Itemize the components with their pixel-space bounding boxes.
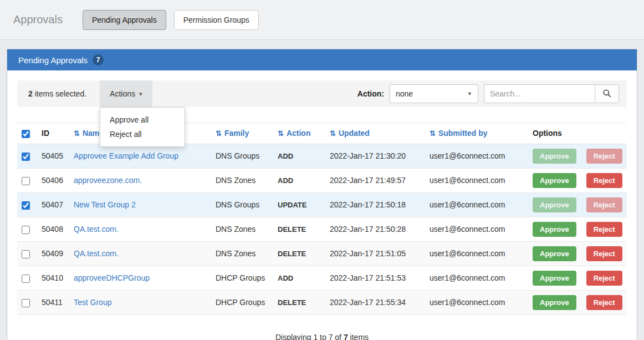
row-options-cell: Approve Reject — [528, 217, 627, 241]
row-id: 50408 — [37, 217, 69, 241]
row-name-cell: approveeDHCPGroup — [69, 266, 211, 290]
approve-button[interactable]: Approve — [533, 246, 576, 261]
actions-dropdown-wrap: Actions ▾ Approve all Reject all — [100, 80, 152, 107]
action-select-value: none — [396, 89, 413, 98]
panel-title: Pending Approvals — [18, 55, 88, 65]
row-checkbox[interactable] — [22, 153, 30, 161]
reject-button[interactable]: Reject — [586, 197, 622, 212]
row-checkbox[interactable] — [22, 226, 30, 234]
approve-button[interactable]: Approve — [533, 271, 576, 286]
approve-button[interactable]: Approve — [533, 197, 576, 212]
row-action: DELETE — [273, 290, 325, 314]
approve-button[interactable]: Approve — [533, 295, 576, 310]
header-id: ID — [37, 123, 69, 144]
row-submitted-by: user1@6connect.com — [425, 192, 528, 217]
approvals-table: ID ⇅Name ⇅Family ⇅Action ⇅Updated ⇅Submi… — [17, 123, 627, 315]
row-family: DHCP Groups — [211, 266, 273, 290]
toolbar: 2 items selected. Actions ▾ Approve all … — [17, 80, 627, 107]
row-options-cell: Approve Reject — [528, 192, 627, 217]
row-updated: 2022-Jan-17 21:51:53 — [325, 266, 425, 290]
row-family: DNS Zones — [211, 241, 273, 266]
select-all-checkbox[interactable] — [22, 130, 30, 138]
approve-button[interactable]: Approve — [533, 222, 576, 237]
row-name-link[interactable]: New Test Group 2 — [74, 200, 136, 209]
selected-count: 2 — [28, 89, 33, 98]
select-caret-icon: ▼ — [467, 91, 472, 97]
header-action[interactable]: ⇅Action — [273, 123, 325, 144]
approve-button[interactable]: Approve — [533, 149, 576, 164]
row-name-cell: approveezone.com. — [69, 168, 211, 192]
reject-button[interactable]: Reject — [586, 271, 622, 286]
row-name-link[interactable]: QA.test.com. — [74, 249, 119, 258]
search-button[interactable] — [595, 84, 619, 103]
actions-button[interactable]: Actions ▾ — [100, 80, 152, 107]
toolbar-spacer — [152, 80, 357, 107]
table-row: 50405 Approvee Example Add Group DNS Gro… — [17, 144, 627, 168]
sort-icon: ⇅ — [330, 129, 336, 138]
row-checkbox-cell — [17, 192, 37, 217]
row-name-link[interactable]: Test Group — [74, 298, 111, 307]
row-name-link[interactable]: QA.test.com. — [74, 225, 119, 234]
row-options-cell: Approve Reject — [528, 266, 627, 290]
pending-approvals-panel: Pending Approvals 7 2 items selected. Ac… — [7, 49, 637, 340]
row-name-cell: Approvee Example Add Group — [69, 144, 211, 168]
table-body: 50405 Approvee Example Add Group DNS Gro… — [17, 144, 627, 314]
panel-header: Pending Approvals 7 — [7, 49, 637, 70]
row-updated: 2022-Jan-17 21:55:34 — [325, 290, 425, 314]
row-action: UPDATE — [273, 192, 325, 217]
row-checkbox[interactable] — [22, 299, 30, 307]
row-family: DNS Zones — [211, 168, 273, 192]
row-id: 50411 — [37, 290, 69, 314]
row-checkbox[interactable] — [22, 250, 30, 258]
header-updated[interactable]: ⇅Updated — [325, 123, 425, 144]
row-checkbox-cell — [17, 168, 37, 192]
row-checkbox[interactable] — [22, 177, 30, 185]
tab-permission-groups[interactable]: Permission Groups — [174, 10, 259, 30]
row-name-link[interactable]: approveezone.com. — [74, 176, 142, 185]
table-row: 50410 approveeDHCPGroup DHCP Groups ADD … — [17, 266, 627, 290]
pagination-status: Displaying 1 to 7 of 7 items — [17, 333, 627, 340]
row-submitted-by: user1@6connect.com — [425, 241, 528, 266]
row-action: ADD — [273, 144, 325, 168]
row-checkbox-cell — [17, 217, 37, 241]
count-badge: 7 — [93, 54, 104, 65]
row-submitted-by: user1@6connect.com — [425, 144, 528, 168]
reject-button[interactable]: Reject — [586, 295, 622, 310]
row-name-link[interactable]: Approvee Example Add Group — [74, 151, 178, 160]
tab-pending-approvals[interactable]: Pending Approvals — [83, 10, 166, 30]
header-family[interactable]: ⇅Family — [211, 123, 273, 144]
topbar: Approvals Pending Approvals Permission G… — [0, 0, 644, 40]
row-checkbox[interactable] — [22, 201, 30, 210]
row-name-cell: Test Group — [69, 290, 211, 314]
table-row: 50411 Test Group DHCP Groups DELETE 2022… — [17, 290, 627, 314]
reject-button[interactable]: Reject — [586, 246, 622, 261]
chevron-down-icon: ▾ — [139, 90, 142, 98]
row-action: DELETE — [273, 217, 325, 241]
menu-item-reject-all[interactable]: Reject all — [100, 127, 185, 141]
row-submitted-by: user1@6connect.com — [425, 217, 528, 241]
reject-button[interactable]: Reject — [586, 173, 622, 188]
table-row: 50406 approveezone.com. DNS Zones ADD 20… — [17, 168, 627, 192]
action-select[interactable]: none ▼ — [390, 84, 478, 103]
reject-button[interactable]: Reject — [586, 222, 622, 237]
row-updated: 2022-Jan-17 21:51:05 — [325, 241, 425, 266]
row-options-cell: Approve Reject — [528, 144, 627, 168]
row-options-cell: Approve Reject — [528, 241, 627, 266]
menu-item-approve-all[interactable]: Approve all — [100, 113, 185, 127]
row-id: 50409 — [37, 241, 69, 266]
row-name-link[interactable]: approveeDHCPGroup — [74, 273, 150, 282]
row-name-cell: QA.test.com. — [69, 241, 211, 266]
reject-button[interactable]: Reject — [586, 149, 622, 164]
row-checkbox[interactable] — [22, 275, 30, 283]
search-input[interactable] — [484, 84, 595, 103]
panel-body: 2 items selected. Actions ▾ Approve all … — [7, 70, 637, 340]
row-updated: 2022-Jan-17 21:30:20 — [325, 144, 425, 168]
actions-button-label: Actions — [110, 89, 135, 98]
row-checkbox-cell — [17, 266, 37, 290]
selected-text: items selected. — [35, 89, 86, 98]
header-checkbox-cell — [17, 123, 37, 144]
header-submitted-by[interactable]: ⇅Submitted by — [425, 123, 528, 144]
row-family: DNS Groups — [211, 192, 273, 217]
approve-button[interactable]: Approve — [533, 173, 576, 188]
sort-icon: ⇅ — [216, 129, 222, 138]
